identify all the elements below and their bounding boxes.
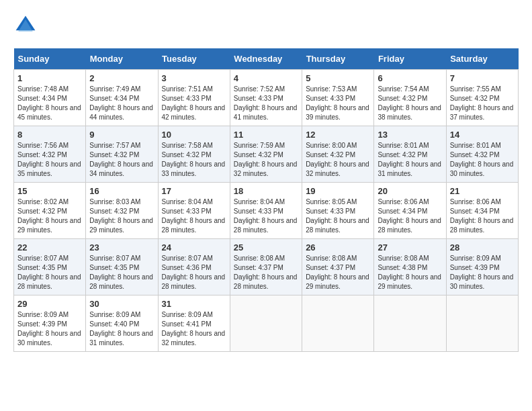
calendar-day-cell: 29Sunrise: 8:09 AMSunset: 4:39 PMDayligh… — [14, 295, 86, 352]
day-number: 28 — [450, 242, 515, 253]
day-info: Sunrise: 8:07 AMSunset: 4:35 PMDaylight:… — [17, 254, 82, 291]
calendar-day-cell: 1Sunrise: 7:48 AMSunset: 4:34 PMDaylight… — [14, 70, 86, 126]
calendar-day-cell: 9Sunrise: 7:57 AMSunset: 4:32 PMDaylight… — [86, 126, 158, 183]
day-info: Sunrise: 8:08 AMSunset: 4:38 PMDaylight:… — [378, 254, 442, 291]
day-number: 22 — [17, 242, 82, 253]
calendar-day-cell: 28Sunrise: 8:09 AMSunset: 4:39 PMDayligh… — [446, 239, 518, 295]
day-number: 16 — [89, 186, 154, 196]
day-of-week-header: Monday — [86, 48, 158, 70]
day-of-week-header: Thursday — [302, 48, 374, 70]
day-of-week-header: Saturday — [446, 48, 518, 70]
day-number: 14 — [450, 130, 515, 140]
page-header — [13, 13, 519, 38]
day-number: 12 — [306, 130, 370, 140]
calendar-day-cell: 6Sunrise: 7:54 AMSunset: 4:32 PMDaylight… — [374, 70, 446, 126]
day-info: Sunrise: 8:01 AMSunset: 4:32 PMDaylight:… — [450, 141, 515, 179]
day-info: Sunrise: 8:03 AMSunset: 4:32 PMDaylight:… — [89, 197, 154, 235]
calendar-day-cell: 11Sunrise: 7:59 AMSunset: 4:32 PMDayligh… — [230, 126, 302, 183]
day-number: 6 — [378, 73, 442, 83]
day-info: Sunrise: 7:54 AMSunset: 4:32 PMDaylight:… — [378, 85, 442, 122]
calendar-day-cell: 3Sunrise: 7:51 AMSunset: 4:33 PMDaylight… — [158, 70, 230, 126]
day-of-week-header: Wednesday — [230, 48, 302, 70]
day-number: 8 — [17, 130, 82, 140]
day-info: Sunrise: 7:57 AMSunset: 4:32 PMDaylight:… — [89, 141, 154, 179]
day-info: Sunrise: 8:09 AMSunset: 4:39 PMDaylight:… — [450, 254, 515, 291]
calendar-body: 1Sunrise: 7:48 AMSunset: 4:34 PMDaylight… — [14, 70, 519, 352]
calendar-day-cell: 8Sunrise: 7:56 AMSunset: 4:32 PMDaylight… — [14, 126, 86, 183]
calendar-day-cell: 18Sunrise: 8:04 AMSunset: 4:33 PMDayligh… — [230, 183, 302, 239]
day-number: 26 — [306, 242, 370, 253]
day-info: Sunrise: 8:08 AMSunset: 4:37 PMDaylight:… — [234, 254, 298, 291]
day-number: 25 — [234, 242, 298, 253]
calendar-day-cell: 13Sunrise: 8:01 AMSunset: 4:32 PMDayligh… — [374, 126, 446, 183]
day-number: 11 — [234, 130, 298, 140]
day-number: 30 — [89, 299, 154, 309]
day-info: Sunrise: 8:07 AMSunset: 4:36 PMDaylight:… — [162, 254, 226, 291]
day-number: 17 — [162, 186, 226, 196]
day-info: Sunrise: 7:55 AMSunset: 4:32 PMDaylight:… — [450, 85, 515, 122]
calendar-week-row: 8Sunrise: 7:56 AMSunset: 4:32 PMDaylight… — [14, 126, 519, 183]
day-number: 27 — [378, 242, 442, 253]
day-number: 15 — [17, 186, 82, 196]
calendar-day-cell: 5Sunrise: 7:53 AMSunset: 4:33 PMDaylight… — [302, 70, 374, 126]
calendar-day-cell — [230, 295, 302, 352]
day-info: Sunrise: 8:01 AMSunset: 4:32 PMDaylight:… — [378, 141, 442, 179]
day-number: 4 — [234, 73, 298, 83]
logo-icon — [13, 13, 38, 38]
day-info: Sunrise: 8:09 AMSunset: 4:40 PMDaylight:… — [89, 310, 154, 348]
calendar-day-cell: 22Sunrise: 8:07 AMSunset: 4:35 PMDayligh… — [14, 239, 86, 295]
day-number: 7 — [450, 73, 515, 83]
calendar-week-row: 22Sunrise: 8:07 AMSunset: 4:35 PMDayligh… — [14, 239, 519, 295]
day-number: 9 — [89, 130, 154, 140]
calendar-day-cell: 10Sunrise: 7:58 AMSunset: 4:32 PMDayligh… — [158, 126, 230, 183]
day-info: Sunrise: 7:49 AMSunset: 4:34 PMDaylight:… — [89, 85, 154, 122]
calendar-week-row: 1Sunrise: 7:48 AMSunset: 4:34 PMDaylight… — [14, 70, 519, 126]
day-info: Sunrise: 8:00 AMSunset: 4:32 PMDaylight:… — [306, 141, 370, 179]
calendar-day-cell: 15Sunrise: 8:02 AMSunset: 4:32 PMDayligh… — [14, 183, 86, 239]
day-info: Sunrise: 8:04 AMSunset: 4:33 PMDaylight:… — [234, 197, 298, 235]
calendar-day-cell: 26Sunrise: 8:08 AMSunset: 4:37 PMDayligh… — [302, 239, 374, 295]
day-info: Sunrise: 8:05 AMSunset: 4:33 PMDaylight:… — [306, 197, 370, 235]
day-info: Sunrise: 8:08 AMSunset: 4:37 PMDaylight:… — [306, 254, 370, 291]
day-of-week-header: Tuesday — [158, 48, 230, 70]
calendar-day-cell: 30Sunrise: 8:09 AMSunset: 4:40 PMDayligh… — [86, 295, 158, 352]
calendar-day-cell: 21Sunrise: 8:06 AMSunset: 4:34 PMDayligh… — [446, 183, 518, 239]
day-info: Sunrise: 8:02 AMSunset: 4:32 PMDaylight:… — [17, 197, 82, 235]
day-info: Sunrise: 7:48 AMSunset: 4:34 PMDaylight:… — [17, 85, 82, 122]
day-number: 1 — [17, 73, 82, 83]
day-of-week-header: Friday — [374, 48, 446, 70]
day-number: 29 — [17, 299, 82, 309]
calendar-day-cell: 27Sunrise: 8:08 AMSunset: 4:38 PMDayligh… — [374, 239, 446, 295]
day-info: Sunrise: 8:06 AMSunset: 4:34 PMDaylight:… — [450, 197, 515, 235]
day-info: Sunrise: 8:07 AMSunset: 4:35 PMDaylight:… — [89, 254, 154, 291]
calendar-header-row: SundayMondayTuesdayWednesdayThursdayFrid… — [14, 48, 519, 70]
calendar-day-cell: 24Sunrise: 8:07 AMSunset: 4:36 PMDayligh… — [158, 239, 230, 295]
calendar-day-cell: 16Sunrise: 8:03 AMSunset: 4:32 PMDayligh… — [86, 183, 158, 239]
day-number: 24 — [162, 242, 226, 253]
day-number: 13 — [378, 130, 442, 140]
calendar-day-cell — [302, 295, 374, 352]
calendar-day-cell: 17Sunrise: 8:04 AMSunset: 4:33 PMDayligh… — [158, 183, 230, 239]
day-info: Sunrise: 8:09 AMSunset: 4:41 PMDaylight:… — [162, 310, 226, 348]
calendar-day-cell — [446, 295, 518, 352]
calendar-day-cell: 25Sunrise: 8:08 AMSunset: 4:37 PMDayligh… — [230, 239, 302, 295]
day-info: Sunrise: 7:56 AMSunset: 4:32 PMDaylight:… — [17, 141, 82, 179]
day-info: Sunrise: 7:58 AMSunset: 4:32 PMDaylight:… — [162, 141, 226, 179]
day-info: Sunrise: 8:06 AMSunset: 4:34 PMDaylight:… — [378, 197, 442, 235]
day-number: 21 — [450, 186, 515, 196]
day-info: Sunrise: 7:53 AMSunset: 4:33 PMDaylight:… — [306, 85, 370, 122]
day-number: 3 — [162, 73, 226, 83]
calendar-day-cell: 31Sunrise: 8:09 AMSunset: 4:41 PMDayligh… — [158, 295, 230, 352]
day-number: 2 — [89, 73, 154, 83]
day-info: Sunrise: 8:04 AMSunset: 4:33 PMDaylight:… — [162, 197, 226, 235]
day-info: Sunrise: 7:51 AMSunset: 4:33 PMDaylight:… — [162, 85, 226, 122]
calendar-day-cell: 7Sunrise: 7:55 AMSunset: 4:32 PMDaylight… — [446, 70, 518, 126]
day-of-week-header: Sunday — [14, 48, 86, 70]
day-number: 20 — [378, 186, 442, 196]
day-number: 31 — [162, 299, 226, 309]
day-info: Sunrise: 7:59 AMSunset: 4:32 PMDaylight:… — [234, 141, 298, 179]
calendar-table: SundayMondayTuesdayWednesdayThursdayFrid… — [13, 48, 519, 352]
calendar-day-cell: 2Sunrise: 7:49 AMSunset: 4:34 PMDaylight… — [86, 70, 158, 126]
calendar-day-cell: 20Sunrise: 8:06 AMSunset: 4:34 PMDayligh… — [374, 183, 446, 239]
calendar-day-cell — [374, 295, 446, 352]
